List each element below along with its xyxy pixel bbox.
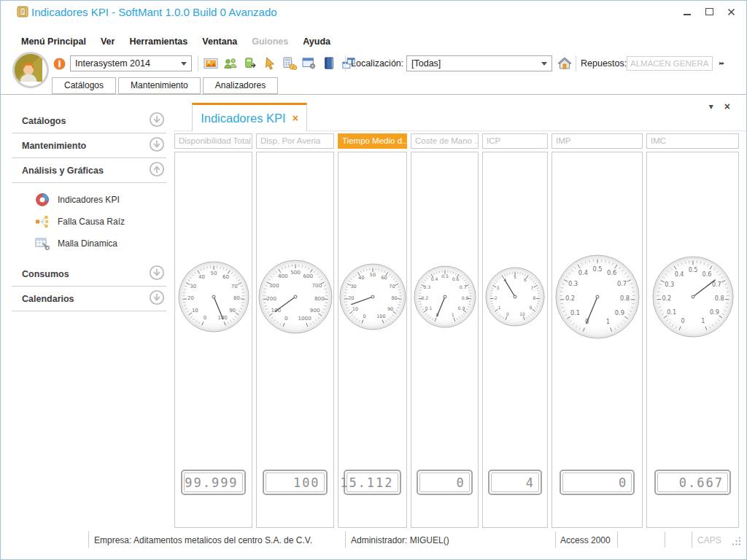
gauge-display: 100 bbox=[263, 470, 327, 495]
gauge-display-value: 100 bbox=[293, 475, 320, 490]
menu-item-ventana[interactable]: Ventana bbox=[202, 36, 237, 47]
toolbar-icons bbox=[203, 55, 357, 71]
statusbar-cell-empresa-aditamentos-metalicos-del-centro-s-a-de-c-v: Empresa: Aditamentos metalicos del centr… bbox=[94, 535, 312, 545]
cause-diagram-icon bbox=[35, 214, 50, 229]
menu-item-ver[interactable]: Ver bbox=[101, 36, 115, 47]
svg-text:1: 1 bbox=[451, 312, 454, 317]
collapse-toggle[interactable] bbox=[149, 161, 165, 180]
svg-text:0.4: 0.4 bbox=[430, 276, 438, 281]
localizacion-combobox-value: [Todas] bbox=[411, 58, 441, 69]
sidebar-item-falla-causa-raiz[interactable]: Falla Causa Raíz bbox=[35, 211, 174, 233]
collapse-toggle[interactable] bbox=[149, 136, 165, 155]
book-icon[interactable] bbox=[321, 55, 337, 71]
panel-header-imp[interactable]: IMP bbox=[551, 133, 643, 149]
ribbon-tabs: CatálogosMantenimientoAnalizadores bbox=[1, 77, 746, 95]
close-button[interactable] bbox=[726, 7, 736, 16]
picture-icon[interactable] bbox=[203, 55, 219, 71]
repuestos-field[interactable] bbox=[627, 56, 713, 71]
gauge-display: 4 bbox=[488, 470, 542, 495]
tabstrip-close-icon[interactable]: × bbox=[724, 101, 730, 112]
close-icon bbox=[727, 8, 735, 16]
export-device-icon[interactable] bbox=[242, 55, 258, 71]
menu-item-menu-principal[interactable]: Menú Principal bbox=[21, 36, 86, 47]
arrow-down-icon bbox=[149, 265, 165, 281]
collapse-toggle[interactable] bbox=[149, 289, 165, 308]
panel-header-disponibilidad-total[interactable]: Disponibilidad Total bbox=[174, 133, 252, 149]
svg-text:60: 60 bbox=[222, 274, 229, 280]
svg-text:0.6: 0.6 bbox=[702, 271, 711, 278]
svg-text:0: 0 bbox=[203, 315, 206, 321]
panel-header-imc[interactable]: IMC bbox=[646, 133, 739, 149]
chevron-down-icon bbox=[181, 62, 187, 66]
sidebar-item-malla-dinamica[interactable]: Malla Dinamica bbox=[35, 233, 174, 254]
svg-text:600: 600 bbox=[303, 273, 313, 279]
home-icon[interactable] bbox=[557, 56, 573, 71]
statusbar: Empresa: Aditamentos metalicos del centr… bbox=[1, 529, 746, 559]
document-tab-indicadores-kpi[interactable]: Indicadores KPI × bbox=[192, 103, 307, 131]
localizacion-combobox[interactable]: [Todas] bbox=[406, 55, 552, 71]
svg-text:70: 70 bbox=[231, 284, 237, 289]
panel-header-coste-de-mano[interactable]: Coste de Mano ... bbox=[411, 133, 479, 149]
svg-text:30: 30 bbox=[190, 284, 196, 289]
repuestos-label: Repuestos: bbox=[581, 58, 627, 69]
svg-text:70: 70 bbox=[389, 284, 395, 289]
users-group-icon[interactable] bbox=[222, 55, 239, 71]
sidebar-group-label: Calendarios bbox=[12, 294, 74, 304]
tab-mantenimiento[interactable]: Mantenimiento bbox=[118, 77, 201, 94]
system-combobox[interactable]: Interasystem 2014 bbox=[70, 55, 192, 71]
svg-text:1: 1 bbox=[498, 305, 501, 310]
svg-text:0.3: 0.3 bbox=[423, 284, 430, 289]
sidebar-item-indicadores-kpi[interactable]: Indicadores KPI bbox=[35, 189, 174, 211]
svg-text:0.6: 0.6 bbox=[607, 269, 616, 276]
window-gear-icon[interactable] bbox=[301, 55, 317, 71]
alert-status-icon[interactable] bbox=[53, 58, 66, 70]
maximize-button[interactable] bbox=[704, 7, 714, 16]
tab-close-icon[interactable]: × bbox=[293, 113, 298, 123]
pointer-icon[interactable] bbox=[262, 55, 278, 71]
panel-header-disp-por-averia[interactable]: Disp. Por Averia bbox=[256, 133, 334, 149]
tab-analizadores[interactable]: Analizadores bbox=[203, 77, 278, 94]
sidebar-group-label: Análisis y Gráficas bbox=[12, 166, 104, 176]
calculator-coins-icon[interactable] bbox=[282, 55, 298, 71]
panel-body: 00.10.20.30.40.50.60.70.80.910 bbox=[551, 152, 643, 528]
svg-text:30: 30 bbox=[350, 284, 356, 289]
sidebar-group-consumos[interactable]: Consumos bbox=[12, 262, 166, 287]
collapse-toggle[interactable] bbox=[149, 265, 165, 284]
sidebar-group-calendarios[interactable]: Calendarios bbox=[12, 287, 166, 311]
svg-text:1000: 1000 bbox=[298, 315, 311, 322]
panel-header-icp[interactable]: ICP bbox=[482, 133, 548, 149]
gauge-dial: 00.10.20.30.40.50.60.70.80.91 bbox=[649, 253, 737, 341]
toolbar-separator bbox=[198, 55, 198, 71]
sidebar-group-catalogos[interactable]: Catálogos bbox=[12, 109, 166, 133]
resize-grip-icon[interactable] bbox=[731, 536, 741, 549]
svg-text:100: 100 bbox=[376, 314, 385, 319]
gauge-dial: 0102030405060708090100 bbox=[336, 260, 409, 333]
svg-text:0.4: 0.4 bbox=[674, 271, 684, 278]
window-title: Indicadores KPI - SoftMant 1.0.0 Build 0… bbox=[31, 6, 277, 18]
svg-text:0.1: 0.1 bbox=[570, 309, 579, 316]
svg-text:500: 500 bbox=[290, 269, 301, 276]
sidebar-group-analisis-y-graficas[interactable]: Análisis y Gráficas bbox=[12, 158, 166, 183]
tab-catalogos[interactable]: Catálogos bbox=[52, 77, 116, 94]
kpi-panel-disponibilidad-total: Disponibilidad Total01020304050607080901… bbox=[174, 133, 252, 149]
menu-item-ayuda[interactable]: Ayuda bbox=[303, 36, 330, 47]
kpi-panel-imc: IMC00.10.20.30.40.50.60.70.80.910.667 bbox=[646, 133, 739, 149]
svg-text:90: 90 bbox=[387, 306, 392, 312]
tab-list-dropdown-icon[interactable]: ▾ bbox=[709, 101, 713, 112]
gauge-dial: 012345678910 bbox=[482, 264, 548, 330]
collapse-toggle[interactable] bbox=[149, 112, 165, 131]
toolbar-overflow-icon[interactable]: ▸▸ bbox=[719, 60, 724, 66]
svg-text:0: 0 bbox=[285, 315, 288, 322]
sidebar-group-mantenimiento[interactable]: Mantenimiento bbox=[12, 133, 166, 158]
kpi-panel-imp: IMP00.10.20.30.40.50.60.70.80.910 bbox=[551, 133, 643, 149]
svg-text:0.6: 0.6 bbox=[452, 276, 459, 281]
gauge-dial: 00.10.20.30.40.50.60.70.80.91 bbox=[552, 252, 643, 342]
panel-header-tiempo-medio-d[interactable]: Tiempo Medio d... bbox=[338, 133, 407, 149]
user-avatar[interactable] bbox=[12, 52, 49, 88]
svg-text:1: 1 bbox=[605, 318, 609, 325]
statusbar-divider bbox=[692, 532, 692, 548]
minimize-button[interactable] bbox=[682, 7, 692, 16]
svg-text:0.3: 0.3 bbox=[568, 280, 577, 287]
sidebar-group-label: Mantenimiento bbox=[12, 141, 86, 151]
menu-item-herramientas[interactable]: Herramientas bbox=[129, 36, 187, 47]
